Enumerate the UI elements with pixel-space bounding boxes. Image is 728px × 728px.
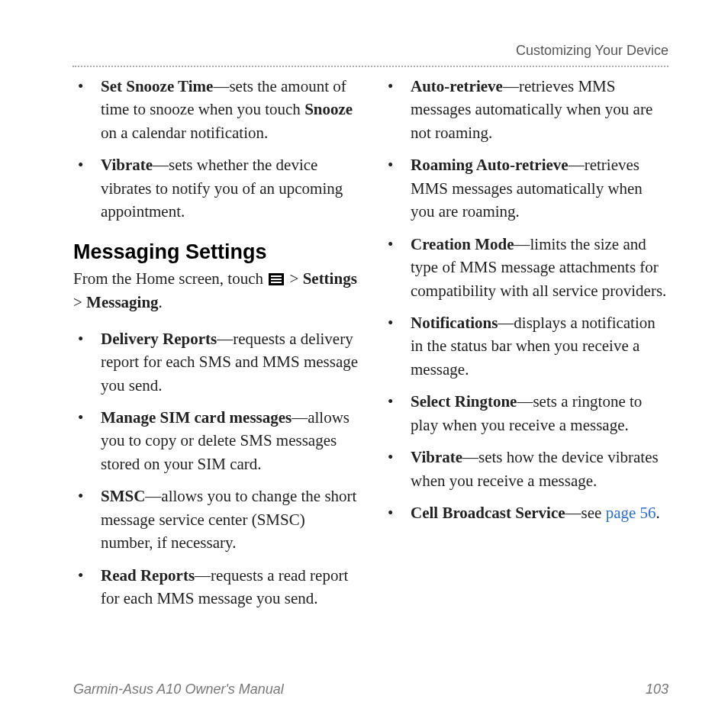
desc-tail: on a calendar notification. xyxy=(101,124,268,142)
list-item: Vibrate—sets how the device vibrates whe… xyxy=(383,446,668,492)
right-column: Auto-retrieve—retrieves MMS messages aut… xyxy=(383,75,668,619)
list-item: Cell Broadcast Service—see page 56. xyxy=(383,501,668,524)
intro-settings: Settings xyxy=(303,269,357,288)
messaging-list-right: Auto-retrieve—retrieves MMS messages aut… xyxy=(383,75,668,524)
term: Read Reports xyxy=(101,566,195,585)
list-item: Notifications—displays a notification in… xyxy=(383,311,668,381)
left-column: Set Snooze Time—sets the amount of time … xyxy=(73,75,359,619)
intro-gt1: > xyxy=(285,269,302,288)
term: Auto-retrieve xyxy=(411,77,503,95)
inner-term: Snooze xyxy=(304,100,353,118)
intro-gt2: > xyxy=(73,293,86,311)
list-item: Vibrate—sets whether the device vibrates… xyxy=(73,153,359,223)
term: Cell Broadcast Service xyxy=(411,504,565,522)
footer-title: Garmin-Asus A10 Owner's Manual xyxy=(73,681,284,697)
dash: —see xyxy=(565,504,606,522)
content-columns: Set Snooze Time—sets the amount of time … xyxy=(46,75,682,619)
intro-path: From the Home screen, touch > Settings >… xyxy=(73,267,359,315)
period: . xyxy=(656,504,660,522)
svg-rect-1 xyxy=(271,275,282,277)
top-list: Set Snooze Time—sets the amount of time … xyxy=(73,75,359,224)
svg-rect-3 xyxy=(271,282,282,283)
list-item: Auto-retrieve—retrieves MMS messages aut… xyxy=(383,75,668,144)
list-item: Roaming Auto-retrieve—retrieves MMS mess… xyxy=(383,153,668,223)
list-item: Manage SIM card messages—allows you to c… xyxy=(73,406,359,475)
list-item: SMSC—allows you to change the short mess… xyxy=(73,485,359,554)
svg-rect-2 xyxy=(271,279,282,280)
term: Select Ringtone xyxy=(411,392,517,411)
term: Vibrate xyxy=(101,156,153,174)
menu-icon xyxy=(269,269,284,281)
page-link[interactable]: page 56 xyxy=(606,504,656,522)
term: SMSC xyxy=(101,487,145,505)
messaging-list: Delivery Reports—requests a delivery rep… xyxy=(73,327,359,610)
footer: Garmin-Asus A10 Owner's Manual 103 xyxy=(73,681,668,697)
intro-period: . xyxy=(159,293,163,311)
intro-messaging: Messaging xyxy=(86,293,159,311)
term: Notifications xyxy=(411,314,498,332)
term: Delivery Reports xyxy=(101,330,217,348)
list-item: Select Ringtone—sets a ringtone to play … xyxy=(383,390,668,436)
header-divider xyxy=(72,66,668,67)
term: Vibrate xyxy=(411,448,462,466)
intro-text: From the Home screen, touch xyxy=(73,269,267,288)
term: Creation Mode xyxy=(411,235,514,253)
list-item: Set Snooze Time—sets the amount of time … xyxy=(73,75,359,144)
page-number: 103 xyxy=(646,681,668,697)
heading-messaging-settings: Messaging Settings xyxy=(73,240,359,264)
term: Roaming Auto-retrieve xyxy=(411,156,569,174)
term: Set Snooze Time xyxy=(101,77,213,95)
list-item: Creation Mode—limits the size and type o… xyxy=(383,233,668,302)
term: Manage SIM card messages xyxy=(101,408,292,427)
list-item: Read Reports—requests a read report for … xyxy=(73,564,359,610)
list-item: Delivery Reports—requests a delivery rep… xyxy=(73,327,359,397)
page: Customizing Your Device Set Snooze Time—… xyxy=(0,0,728,728)
section-header: Customizing Your Device xyxy=(516,43,668,59)
